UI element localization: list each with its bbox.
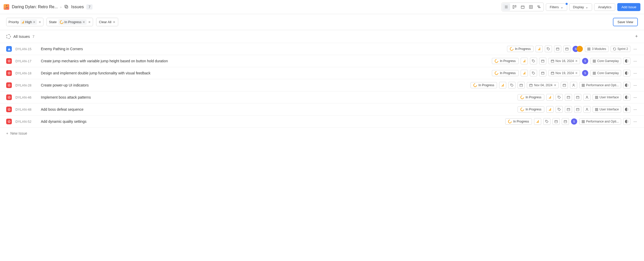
module-chip[interactable]: 3 Modules [585,46,608,52]
more-actions-button[interactable]: ⋯ [632,47,638,51]
start-date-button[interactable] [554,46,561,52]
estimate-button[interactable] [623,106,630,113]
start-date-button[interactable] [565,94,572,101]
issue-row[interactable]: DYLAN-17 Create jump mechanics with vari… [0,55,644,67]
save-view-button[interactable]: Save View [613,18,638,26]
priority-button[interactable] [534,118,541,125]
add-issue-button[interactable]: Add Issue [617,3,640,11]
issue-row[interactable]: DYLAN-48 Add boss defeat sequence In Pro… [0,103,644,115]
label-button[interactable] [556,106,563,113]
due-date-chip[interactable]: Nov 16, 2024✕ [548,58,580,64]
start-date-button[interactable] [518,82,525,89]
module-chip[interactable]: User Interface [593,94,621,100]
cycle-chip[interactable]: Sprint 2 [611,46,630,52]
issue-row[interactable]: DYLAN-52 Add dynamic quality settings In… [0,115,644,128]
gantt-view-button[interactable] [535,3,543,11]
issue-row[interactable]: DYLAN-46 Implement boss attack patterns … [0,91,644,103]
remove-filter-icon[interactable]: ✕ [88,20,91,24]
issue-title[interactable]: Design and implement double jump functio… [41,71,488,75]
priority-button[interactable] [546,106,554,113]
state-button[interactable]: In Progress [492,70,518,76]
spreadsheet-view-button[interactable] [527,3,535,11]
more-actions-button[interactable]: ⋯ [632,95,638,99]
assignee-button[interactable] [583,106,591,113]
analytics-button[interactable]: Analytics [594,3,615,11]
state-button[interactable]: In Progress [507,46,533,52]
estimate-button[interactable] [623,58,630,64]
start-date-button[interactable] [565,106,572,113]
assignee-avatar[interactable]: S [582,58,588,64]
more-actions-button[interactable]: ⋯ [632,108,638,111]
label-button[interactable] [508,82,516,89]
priority-button[interactable] [546,94,554,101]
estimate-button[interactable] [623,118,630,125]
label-button[interactable] [543,118,550,125]
state-button[interactable]: In Progress [518,106,544,112]
label-button[interactable] [530,70,537,76]
date-button[interactable] [561,82,568,89]
due-date-button[interactable] [574,94,581,101]
issue-title[interactable]: Add dynamic quality settings [41,119,502,124]
assignee-button[interactable] [583,94,591,101]
estimate-button[interactable] [623,94,630,101]
state-button[interactable]: In Progress [471,82,497,88]
issue-title[interactable]: Create jump mechanics with variable jump… [41,59,488,63]
module-chip[interactable]: Core Gameplay [590,58,621,64]
assignees[interactable]: S [573,46,583,52]
issue-title[interactable]: Enemy Pathing in Corners [41,47,503,51]
estimate-button[interactable] [623,70,630,76]
due-date-button[interactable] [574,106,581,113]
state-button[interactable]: In Progress [492,58,518,64]
more-actions-button[interactable]: ⋯ [632,71,638,75]
priority-button[interactable] [499,82,506,89]
module-chip[interactable]: Performance and Opti... [579,82,621,88]
more-actions-button[interactable]: ⋯ [632,59,638,63]
display-button[interactable]: Display⌄ [569,3,592,11]
due-date-chip[interactable]: Nov 19, 2024✕ [548,70,580,76]
label-button[interactable] [556,94,563,101]
due-date-button[interactable] [562,118,569,125]
label-button[interactable] [530,58,537,64]
assignee-avatar[interactable]: S [571,118,577,125]
module-chip[interactable]: Core Gameplay [590,70,621,76]
filters-button[interactable]: Filters⌄ [546,3,567,11]
remove-state-icon[interactable]: ✕ [82,20,85,24]
priority-button[interactable] [536,46,543,52]
add-icon[interactable]: + [635,34,638,39]
start-date-button[interactable] [553,118,560,125]
issue-title[interactable]: Create power-up UI indicators [41,83,467,87]
calendar-view-button[interactable] [519,3,527,11]
list-view-button[interactable] [502,3,510,11]
state-button[interactable]: In Progress [505,118,532,125]
issue-title[interactable]: Implement boss attack patterns [41,95,514,99]
start-date-button[interactable] [539,58,546,64]
state-button[interactable]: In Progress [518,94,544,100]
kanban-view-button[interactable] [511,3,518,11]
issue-row[interactable]: ! DYLAN-15 Enemy Pathing in Corners In P… [0,43,644,55]
assignee-avatar[interactable]: S [582,70,588,76]
issues-label[interactable]: Issues [71,4,84,10]
clear-all-button[interactable]: Clear All ✕ [96,18,118,26]
clear-date-icon[interactable]: ✕ [575,71,578,75]
module-chip[interactable]: User Interface [593,106,621,112]
new-issue-button[interactable]: + New Issue [0,128,644,139]
priority-button[interactable] [521,70,528,76]
estimate-button[interactable] [623,82,630,89]
project-name[interactable]: Daring Dylan: Retro Re... [12,5,58,9]
issue-row[interactable]: DYLAN-28 Create power-up UI indicators I… [0,79,644,91]
issue-row[interactable]: DYLAN-18 Design and implement double jum… [0,67,644,79]
issue-title[interactable]: Add boss defeat sequence [41,107,514,111]
label-button[interactable] [545,46,552,52]
priority-filter[interactable]: Priority High ✕ ✕ [6,18,43,26]
more-actions-button[interactable]: ⋯ [632,120,638,124]
state-filter[interactable]: State In Progress ✕ ✕ [47,18,93,26]
start-date-button[interactable] [539,70,546,76]
clear-date-icon[interactable]: ✕ [554,83,556,87]
module-chip[interactable]: Performance and Opti... [579,118,621,125]
priority-button[interactable] [521,58,528,64]
more-actions-button[interactable]: ⋯ [632,83,638,87]
remove-filter-icon[interactable]: ✕ [39,20,41,24]
due-date-chip[interactable]: Nov 04, 2024✕ [527,82,558,88]
remove-priority-icon[interactable]: ✕ [33,20,35,24]
due-date-button[interactable] [563,46,571,52]
